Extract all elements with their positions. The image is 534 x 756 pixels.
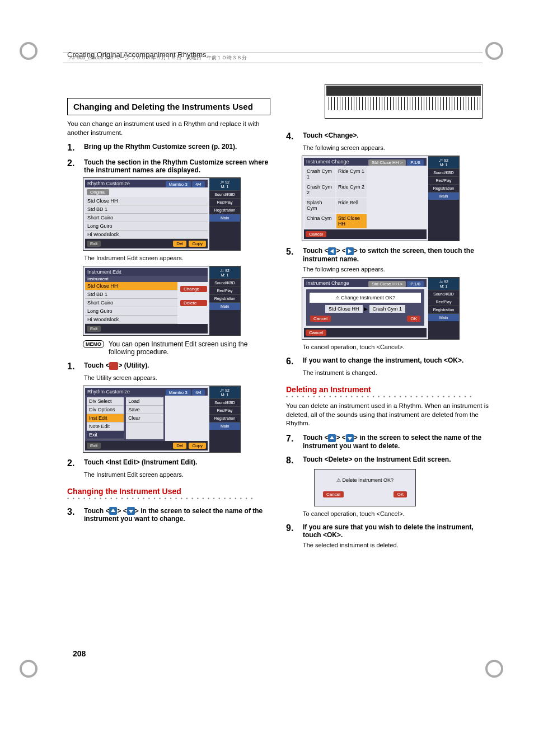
list-item: Clear [126, 414, 163, 422]
section-heading: Changing and Deleting the Instruments Us… [67, 98, 270, 115]
side-btn: Registration [209, 414, 240, 422]
step-4: 4. Touch <Change>. [286, 132, 489, 142]
tab: 4/4 [192, 181, 205, 187]
side-btn: Registration [428, 184, 459, 192]
step-number: 4. [286, 132, 298, 142]
del-btn: Del [173, 241, 186, 247]
side-btn: Registration [428, 306, 459, 313]
header-band: AT-900_e.book 208 ページ ２００８年９月１６日 火曜日 午前１… [63, 53, 483, 63]
rhythm-customize-screenshot: Rhythm Customize Mambo 34/4 Original Std… [83, 177, 241, 251]
side-btn: Rec/Play [209, 406, 240, 414]
step-5: 5. Touch <> <> to switch the screen, the… [286, 247, 489, 263]
register-mark-icon [20, 42, 38, 60]
subheader: Instrument [85, 276, 208, 282]
list-item: Long Guiro [85, 222, 208, 231]
step-number: 1. [67, 361, 79, 372]
list-item: Div Select [87, 397, 124, 406]
page-number: 208 [73, 649, 86, 658]
side-btn: Sound/KBD [209, 279, 240, 287]
list-item: Short Guiro [85, 299, 177, 307]
list-item: Short Guiro [85, 214, 208, 222]
step-text: Touch <Inst Edit> (Instrument Edit). [84, 458, 197, 466]
list-item: Save [126, 406, 163, 414]
confirm-msg: Change Instrument OK? [341, 295, 395, 300]
step-number: 9. [286, 523, 298, 539]
header-text: AT-900_e.book 208 ページ ２００８年９月１６日 火曜日 午前１… [69, 55, 247, 60]
up-triangle-icon [328, 434, 336, 442]
register-mark-icon [20, 660, 38, 678]
step-number: 6. [286, 356, 298, 367]
side-btn: Registration [209, 294, 240, 302]
intro-text: You can change an instrument used in a R… [67, 120, 270, 137]
caption: The Utility screen appears. [84, 374, 270, 382]
step-text: If you are sure that you wish to delete … [303, 523, 474, 539]
memo-text: You can open Instrument Edit screen usin… [109, 340, 270, 356]
cancel-btn: Cancel [310, 316, 331, 322]
cell: Ride Bell [336, 198, 367, 213]
badge: Std Close HH > [368, 159, 406, 166]
step-text: Touch <> <> in the screen to select the … [84, 507, 263, 523]
scr-title: Rhythm Customize [87, 181, 130, 186]
side-btn: Sound/KBD [209, 398, 240, 406]
delete-btn: Delete [180, 300, 207, 306]
side-btn: Main [209, 214, 240, 222]
step-number: 8. [286, 456, 298, 466]
list-item: Div Options [87, 406, 124, 414]
step-6: 6. If you want to change the instrument,… [286, 356, 489, 367]
keyboard-diagram-icon [325, 84, 483, 119]
step-1: 1. Bring up the Rhythm Customize screen … [67, 143, 270, 153]
cancel-btn: Cancel [323, 491, 344, 497]
ok-btn: OK [394, 491, 407, 497]
side-btn: Sound/KBD [209, 190, 240, 198]
side-btn: Rec/Play [428, 298, 459, 306]
step-text: Touch <> <> to switch the screen, then t… [303, 247, 474, 263]
down-triangle-icon [127, 507, 135, 515]
step-number: 5. [286, 247, 298, 263]
tab: Mambo 3 [166, 181, 191, 187]
scr-title: Instrument Edit [85, 268, 208, 276]
delete-confirm-screenshot: ⚠ Delete Instrument OK? Cancel OK [314, 469, 416, 506]
caption: The following screen appears. [303, 144, 489, 152]
step-text: Touch <Change>. [303, 132, 359, 139]
side-btn: Sound/KBD [428, 168, 459, 176]
subsection-heading: Deleting an Instrument [286, 385, 489, 394]
step-text: If you want to change the instrument, to… [303, 356, 463, 364]
utility-screenshot: Rhythm Customize Mambo 34/4 Div Select D… [83, 386, 241, 453]
side-btn: Rec/Play [209, 287, 240, 294]
scr-title: Instrument Change [306, 159, 349, 165]
exit-btn: Exit [87, 241, 101, 247]
list-item: Load [126, 397, 163, 406]
step-number: 3. [67, 507, 79, 523]
memo-row: MEMO You can open Instrument Edit screen… [83, 340, 270, 356]
content-columns: Changing and Deleting the Instruments Us… [67, 98, 489, 552]
step-number: 1. [67, 143, 79, 153]
step-number: 7. [286, 434, 298, 450]
side-btn: Main [209, 422, 240, 430]
measure: M: 1 [221, 185, 229, 189]
cell: Crash Cym 1 [305, 167, 335, 181]
tempo: 92 [225, 180, 229, 184]
subsection-heading: Changing the Instrument Used [67, 487, 270, 496]
side-btn: Main [428, 313, 459, 321]
cancel-btn: Cancel [306, 231, 326, 237]
step-text: Touch <Delete> on the Instrument Edit sc… [303, 456, 451, 463]
step-9: 9. If you are sure that you wish to dele… [286, 523, 489, 539]
original-btn: Original [87, 189, 109, 195]
from-instrument: Std Close HH [325, 305, 363, 313]
scr-title: Rhythm Customize [87, 389, 130, 395]
list-item: Inst Edit [87, 414, 124, 422]
divider-dots: • • • • • • • • • • • • • • • • • • • • … [67, 496, 270, 501]
list-item: Exit [87, 431, 124, 439]
delete-msg: Delete Instrument OK? [342, 477, 394, 483]
step-text: Touch <> <> in the screen to select the … [303, 434, 481, 450]
caption: The instrument is changed. [303, 369, 489, 377]
list-item: Hi WoodBlock [85, 316, 177, 324]
cell: Ride Cym 2 [336, 182, 367, 197]
instrument-edit-screenshot: Instrument Edit Instrument Std Close HH … [83, 266, 241, 336]
register-mark-icon [485, 42, 503, 60]
caption: The Instrument Edit screen appears. [84, 254, 270, 262]
divider-dots: • • • • • • • • • • • • • • • • • • • • … [286, 394, 489, 400]
utility-icon [109, 362, 118, 370]
right-column: 4. Touch <Change>. The following screen … [286, 98, 489, 552]
instrument-change-screenshot: Instrument Change Std Close HH >P.1/8 Cr… [302, 156, 460, 241]
